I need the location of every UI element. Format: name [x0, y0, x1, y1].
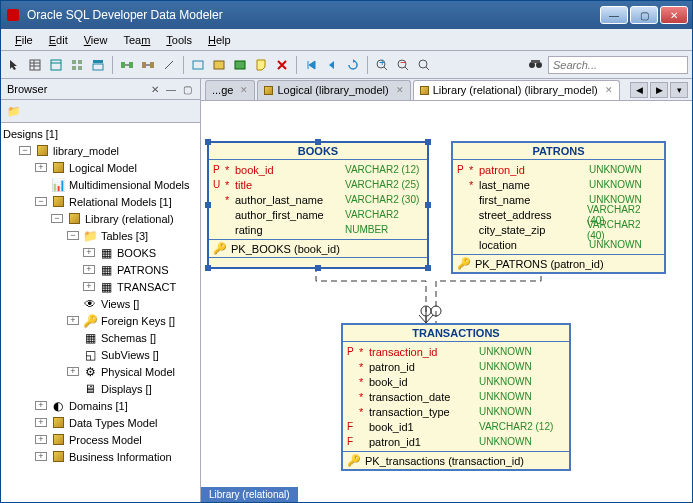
menu-file[interactable]: File [7, 32, 41, 48]
prev-icon[interactable] [323, 56, 341, 74]
tree-domains[interactable]: +◐Domains [1] [1, 397, 200, 414]
column-row: *last_nameUNKNOWN [457, 177, 660, 192]
menu-edit[interactable]: Edit [41, 32, 76, 48]
pointer-icon[interactable] [5, 56, 23, 74]
svg-rect-9 [72, 66, 76, 70]
close-icon[interactable]: ✕ [396, 85, 404, 95]
minimize-button[interactable]: — [600, 6, 628, 24]
tab-next-icon[interactable]: ▶ [650, 82, 668, 98]
tab-logical[interactable]: Logical (library_model)✕ [257, 80, 410, 100]
column-row: *transaction_dateUNKNOWN [347, 389, 565, 404]
yellow-rect-icon[interactable] [210, 56, 228, 74]
diagram-canvas[interactable]: BOOKS P*book_idVARCHAR2 (12)U*titleVARCH… [201, 101, 692, 502]
svg-rect-8 [78, 60, 82, 64]
svg-rect-17 [150, 62, 154, 68]
svg-rect-12 [93, 64, 103, 70]
titlebar: Oracle SQL Developer Data Modeler — ▢ ✕ [1, 1, 692, 29]
svg-rect-14 [129, 62, 133, 68]
svg-point-34 [421, 306, 431, 316]
tree-multidimensional[interactable]: 📊Multidimensional Models [1, 176, 200, 193]
entity-transactions[interactable]: TRANSACTIONS P*transaction_idUNKNOWN*pat… [341, 323, 571, 471]
svg-text:+: + [379, 59, 385, 68]
panel-maximize-icon[interactable]: ▢ [180, 82, 194, 96]
tree-tables[interactable]: −📁Tables [3] [1, 227, 200, 244]
relation-icon[interactable] [118, 56, 136, 74]
tree-business-info[interactable]: +Business Information [1, 448, 200, 465]
tree-table-books[interactable]: +▦BOOKS [1, 244, 200, 261]
svg-rect-21 [214, 61, 224, 69]
editor-tabbar: ...ge✕ Logical (library_model)✕ Library … [201, 79, 692, 101]
tree-table-transact[interactable]: +▦TRANSACT [1, 278, 200, 295]
key-icon: 🔑 [213, 242, 227, 255]
maximize-button[interactable]: ▢ [630, 6, 658, 24]
menu-team[interactable]: Team [115, 32, 158, 48]
column-row: city_state_zipVARCHAR2 (40) [457, 222, 660, 237]
window-title: Oracle SQL Developer Data Modeler [27, 8, 600, 22]
tree-subviews[interactable]: ◱SubViews [] [1, 346, 200, 363]
menu-tools[interactable]: Tools [158, 32, 200, 48]
green-rect-icon[interactable] [231, 56, 249, 74]
svg-line-19 [165, 61, 173, 69]
view-icon[interactable] [47, 56, 65, 74]
rect-icon[interactable] [189, 56, 207, 74]
tab-prev-icon[interactable]: ◀ [630, 82, 648, 98]
column-row: *transaction_typeUNKNOWN [347, 404, 565, 419]
tree-logical-model[interactable]: +Logical Model [1, 159, 200, 176]
tree-physical-model[interactable]: +⚙Physical Model [1, 363, 200, 380]
column-row: locationUNKNOWN [457, 237, 660, 252]
close-button[interactable]: ✕ [660, 6, 688, 24]
entity-icon[interactable] [89, 56, 107, 74]
tab-list-icon[interactable]: ▾ [670, 82, 688, 98]
tree-library-relational[interactable]: −Library (relational) [1, 210, 200, 227]
tree-displays[interactable]: 🖥Displays [] [1, 380, 200, 397]
tree-library-model[interactable]: −library_model [1, 142, 200, 159]
svg-rect-7 [72, 60, 76, 64]
zoom-fit-icon[interactable] [415, 56, 433, 74]
table-icon[interactable] [26, 56, 44, 74]
entity-title: BOOKS [209, 143, 427, 160]
entity-title: PATRONS [453, 143, 664, 160]
relation2-icon[interactable] [139, 56, 157, 74]
tree-foreign-keys[interactable]: +🔑Foreign Keys [] [1, 312, 200, 329]
close-icon[interactable]: ✕ [240, 85, 248, 95]
tree-relational-models[interactable]: −Relational Models [1] [1, 193, 200, 210]
folder-icon[interactable]: 📁 [5, 102, 23, 120]
tree-table-patrons[interactable]: +▦PATRONS [1, 261, 200, 278]
grid-icon[interactable] [68, 56, 86, 74]
column-row: P*book_idVARCHAR2 (12) [213, 162, 423, 177]
tab-relational[interactable]: Library (relational) (library_model)✕ [413, 80, 620, 100]
column-row: ratingNUMBER [213, 222, 423, 237]
tree-schemas[interactable]: ▦Schemas [] [1, 329, 200, 346]
column-row: Fbook_id1VARCHAR2 (12) [347, 419, 565, 434]
canvas-footer-tab[interactable]: Library (relational) [201, 487, 298, 502]
close-icon[interactable]: ✕ [605, 85, 613, 95]
menu-view[interactable]: View [76, 32, 116, 48]
menu-help[interactable]: Help [200, 32, 239, 48]
tree-process-model[interactable]: +Process Model [1, 431, 200, 448]
app-icon [5, 7, 21, 23]
svg-point-35 [431, 306, 441, 316]
panel-minimize-icon[interactable]: — [164, 82, 178, 96]
tree-views[interactable]: 👁Views [] [1, 295, 200, 312]
note-icon[interactable] [252, 56, 270, 74]
panel-close-icon[interactable]: ✕ [148, 82, 162, 96]
search-input[interactable] [548, 56, 688, 74]
binoculars-icon[interactable] [528, 58, 544, 72]
line-icon[interactable] [160, 56, 178, 74]
entity-patrons[interactable]: PATRONS P*patron_idUNKNOWN*last_nameUNKN… [451, 141, 666, 274]
first-icon[interactable] [302, 56, 320, 74]
column-row: *author_last_nameVARCHAR2 (30) [213, 192, 423, 207]
tree-designs[interactable]: Designs [1] [1, 125, 200, 142]
entity-books[interactable]: BOOKS P*book_idVARCHAR2 (12)U*titleVARCH… [207, 141, 429, 269]
zoom-in-icon[interactable]: + [373, 56, 391, 74]
refresh-icon[interactable] [344, 56, 362, 74]
svg-line-30 [426, 67, 429, 70]
delete-icon[interactable] [273, 56, 291, 74]
menubar: File Edit View Team Tools Help [1, 29, 692, 51]
zoom-out-icon[interactable]: − [394, 56, 412, 74]
browser-title: Browser [7, 83, 146, 95]
column-row: U*titleVARCHAR2 (25) [213, 177, 423, 192]
canvas-area: ...ge✕ Logical (library_model)✕ Library … [201, 79, 692, 502]
tab-0[interactable]: ...ge✕ [205, 80, 255, 100]
tree-data-types[interactable]: +Data Types Model [1, 414, 200, 431]
